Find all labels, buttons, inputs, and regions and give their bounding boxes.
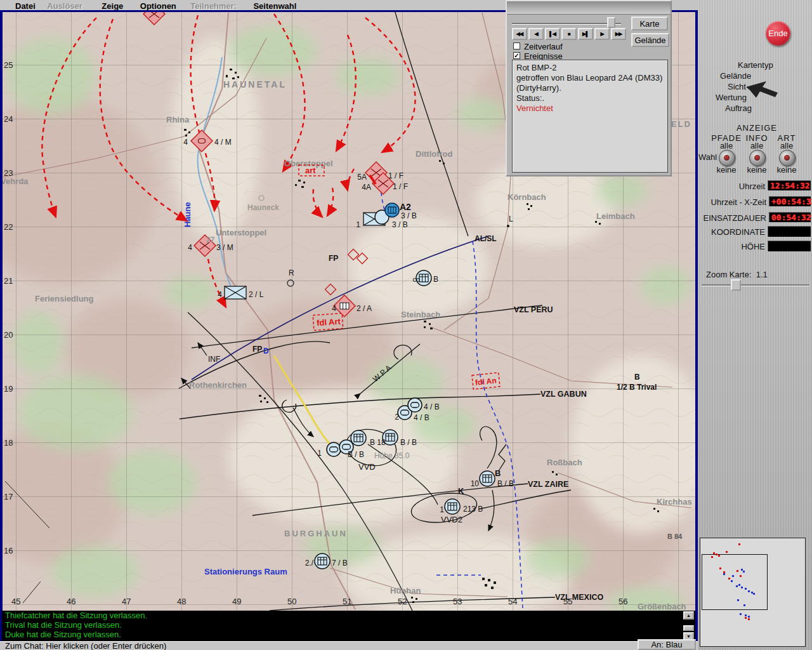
stop-button[interactable]: ■ — [561, 28, 577, 40]
ereignisse-checkbox[interactable]: ✓ — [513, 52, 520, 59]
grid-row-label: 16 — [4, 546, 13, 555]
grid-row-label: 25 — [4, 60, 13, 70]
event-line: Rot BMP-2 — [516, 63, 664, 73]
time-slider-track[interactable] — [512, 23, 621, 25]
map-border — [0, 10, 3, 611]
unit-label: 10 — [471, 479, 480, 488]
event-line: (DirtyHarry). — [516, 83, 664, 93]
unit-label: 4 — [188, 243, 192, 252]
zoom-slider-handle[interactable] — [731, 279, 741, 291]
event-log[interactable]: Rot BMP-2 getroffen von Blau Leopard 2A4… — [512, 60, 668, 173]
rewind-fast-button[interactable]: ◀◀ — [512, 28, 527, 40]
unit-label: 4 — [218, 290, 222, 299]
unit-label: 3 / B — [392, 220, 408, 229]
menu-seitenwahl[interactable]: Seitenwahl — [253, 1, 296, 11]
place-leimbach: Leimbach — [596, 211, 635, 221]
info-knob[interactable] — [749, 150, 766, 166]
time-slider-handle[interactable] — [607, 17, 615, 28]
step-forward-button[interactable]: ▶▌ — [578, 28, 593, 40]
nav-sicht[interactable]: Sicht — [728, 82, 746, 91]
step-back-button[interactable]: ▌◀ — [545, 28, 560, 40]
place-steinbach: Steinbach — [401, 310, 440, 319]
gelaende-button[interactable]: Gelände — [631, 33, 669, 47]
unit-label: B / B — [348, 450, 364, 459]
chat-log[interactable]: Thiefcatcher hat die Sitzung verlassen. … — [0, 611, 695, 641]
place-burghaun: BURGHAUN — [284, 529, 348, 538]
unit-label: 4 / B — [424, 402, 440, 411]
ende-button[interactable]: Ende — [766, 21, 790, 46]
scroll-up-button[interactable]: ▲ — [683, 611, 694, 620]
einsatzdauer-display: 00:54:32 — [769, 212, 811, 222]
uhrzeit-display: 12:54:32 — [768, 180, 811, 190]
grid-row-label: 20 — [4, 330, 13, 340]
mouse-cursor-icon — [746, 80, 779, 100]
chat-message: Thiefcatcher hat die Sitzung verlassen. — [2, 611, 695, 620]
zoom-karte-caption: Zoom Karte: — [706, 270, 752, 279]
menu-optionen[interactable]: Optionen — [140, 1, 176, 11]
zeitverlauf-checkbox[interactable] — [513, 43, 520, 50]
label-vzl-peru: VZL PERU — [514, 305, 553, 314]
minimap-unit-dot — [716, 554, 717, 555]
label-b-top: B — [634, 373, 640, 381]
zoom-slider-track[interactable] — [702, 284, 809, 286]
minimap-unit-dot — [728, 578, 730, 580]
nav-gelaende[interactable]: Gelände — [720, 71, 751, 81]
grid-col-label: 53 — [453, 597, 462, 606]
unit-label: B 18 — [370, 438, 386, 447]
box-art-label: art — [305, 166, 316, 175]
chat-scrollbar[interactable]: ▲ ▼ — [683, 611, 694, 640]
nav-wertung[interactable]: Wertung — [716, 93, 747, 102]
unit-label: 4A — [362, 183, 371, 192]
minimap[interactable] — [700, 538, 806, 647]
unit-label: A2 — [400, 202, 411, 212]
zoom-karte-label: Zoom Karte: 1.1 — [706, 270, 768, 279]
scroll-thumb[interactable] — [683, 625, 694, 631]
panel-title-bar[interactable] — [507, 1, 671, 15]
menu-datei[interactable]: Datei — [15, 1, 36, 11]
minimap-unit-dot — [748, 616, 750, 618]
grid-row-label: 22 — [4, 222, 13, 232]
karte-button[interactable]: Karte — [631, 17, 668, 30]
unit-label: co — [412, 275, 420, 283]
playback-panel: ◀◀ ◀ ▌◀ ■ ▶▌ ▶ ▶▶ Zeitverlauf ✓ Ereignis… — [506, 0, 672, 176]
label-trival: 1/2 B Trival — [617, 383, 657, 392]
hoehe-display — [768, 241, 811, 251]
rewind-button[interactable]: ◀ — [528, 28, 544, 40]
forward-fast-button[interactable]: ▶▶ — [611, 28, 626, 40]
unit-label: 27 — [206, 235, 215, 244]
play-button[interactable]: ▶ — [594, 28, 610, 40]
road-b84-label: B 84 — [667, 533, 683, 540]
menu-bar: Datei Auslöser Zeige Optionen Teilnehmer… — [0, 0, 508, 10]
minimap-unit-dot — [738, 543, 740, 545]
unit-label: B — [433, 275, 438, 284]
koordinate-label: KOORDINATE — [685, 227, 765, 237]
unit-label: 1 / F — [393, 182, 408, 191]
grid-col-label: 54 — [508, 597, 517, 606]
pfade-knob[interactable] — [719, 150, 735, 166]
minimap-unit-dot — [743, 571, 745, 573]
menu-teilnehmer: Teilnehmer: — [190, 1, 237, 11]
chat-target-selector[interactable]: An: Blau — [638, 639, 696, 650]
art-knob[interactable] — [779, 150, 796, 166]
unit-label: B / B — [400, 438, 417, 447]
grid-col-label: 47 — [122, 597, 131, 606]
minimap-unit-dot — [753, 593, 755, 595]
place-feriensiedlung: Feriensiedlung — [35, 294, 94, 303]
place-groessenbach: Größenbach — [638, 602, 686, 611]
minimap-unit-dot — [743, 604, 745, 606]
unit-label: VVD2 — [441, 515, 462, 524]
unit-label: K — [458, 486, 464, 496]
place-unterstoppel: Unterstoppel — [216, 228, 266, 237]
event-status-vernichtet: Vernichtet — [516, 103, 664, 114]
grid-col-label: 51 — [343, 597, 351, 606]
nav-auftrag[interactable]: Auftrag — [725, 103, 752, 113]
place-huenhan: Hünhan — [390, 586, 421, 595]
river-haune-label: Haune — [183, 202, 192, 227]
anzeige-title: ANZEIGE — [725, 123, 789, 133]
grid-col-label: 45 — [11, 597, 20, 606]
chat-prompt-bar[interactable]: Zum Chat: Hier klicken (oder Enter drück… — [0, 641, 698, 650]
nav-kartentyp[interactable]: Kartentyp — [738, 60, 773, 70]
unit-label: 1 — [356, 220, 360, 229]
minimap-unit-dot — [711, 556, 713, 558]
menu-zeige[interactable]: Zeige — [102, 1, 123, 11]
